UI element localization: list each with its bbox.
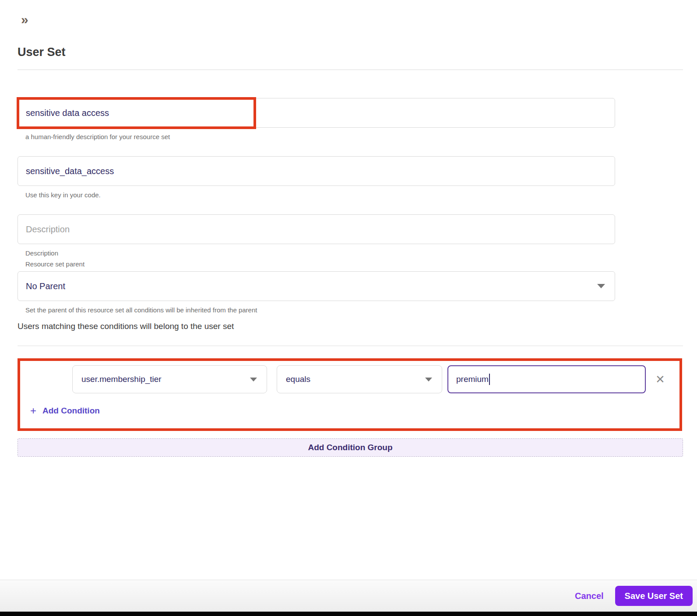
add-condition-button[interactable]: + Add Condition — [30, 405, 679, 417]
key-helper-text: Use this key in your code. — [25, 191, 683, 199]
conditions-intro-text: Users matching these conditions will bel… — [18, 322, 683, 331]
condition-group: user.membership_tier equals premium ✕ + … — [18, 358, 682, 431]
name-helper-text: a human-friendly description for your re… — [25, 133, 683, 140]
condition-row: user.membership_tier equals premium ✕ — [72, 365, 679, 393]
name-field-wrap — [18, 98, 615, 128]
chevron-down-icon — [597, 284, 605, 288]
add-condition-group-button[interactable]: Add Condition Group — [18, 438, 683, 457]
condition-value-input[interactable]: premium — [447, 365, 646, 393]
plus-icon: + — [30, 405, 36, 417]
header-divider — [18, 70, 683, 70]
save-user-set-button[interactable]: Save User Set — [615, 586, 693, 606]
parent-select-value: No Parent — [26, 281, 65, 291]
page-title: User Set — [18, 46, 683, 59]
description-input[interactable] — [18, 214, 615, 244]
page: » User Set a human-friendly description … — [0, 0, 697, 457]
screen-edge-strip — [0, 612, 697, 616]
text-cursor — [489, 374, 490, 385]
description-helper-text: Description — [25, 249, 683, 257]
chevron-down-icon — [425, 378, 432, 382]
condition-attribute-value: user.membership_tier — [81, 374, 162, 384]
description-field-wrap — [18, 214, 615, 244]
condition-value-text: premium — [456, 374, 489, 384]
parent-select[interactable]: No Parent — [18, 271, 615, 301]
add-condition-group-label: Add Condition Group — [308, 443, 392, 452]
section-divider — [18, 346, 683, 346]
condition-operator-value: equals — [286, 374, 310, 384]
collapse-panel-icon[interactable]: » — [21, 13, 36, 26]
add-condition-label: Add Condition — [42, 406, 100, 416]
key-input[interactable] — [18, 156, 615, 186]
parent-helper-text: Set the parent of this resource set all … — [25, 306, 683, 314]
condition-attribute-select[interactable]: user.membership_tier — [72, 365, 267, 393]
condition-operator-select[interactable]: equals — [277, 365, 442, 393]
footer-action-bar: Cancel Save User Set — [0, 580, 697, 612]
name-input[interactable] — [18, 98, 615, 128]
chevron-down-icon — [250, 378, 257, 382]
key-field-wrap — [18, 156, 615, 186]
remove-condition-icon[interactable]: ✕ — [655, 374, 665, 385]
cancel-button[interactable]: Cancel — [575, 591, 604, 601]
parent-field-label: Resource set parent — [25, 260, 683, 268]
